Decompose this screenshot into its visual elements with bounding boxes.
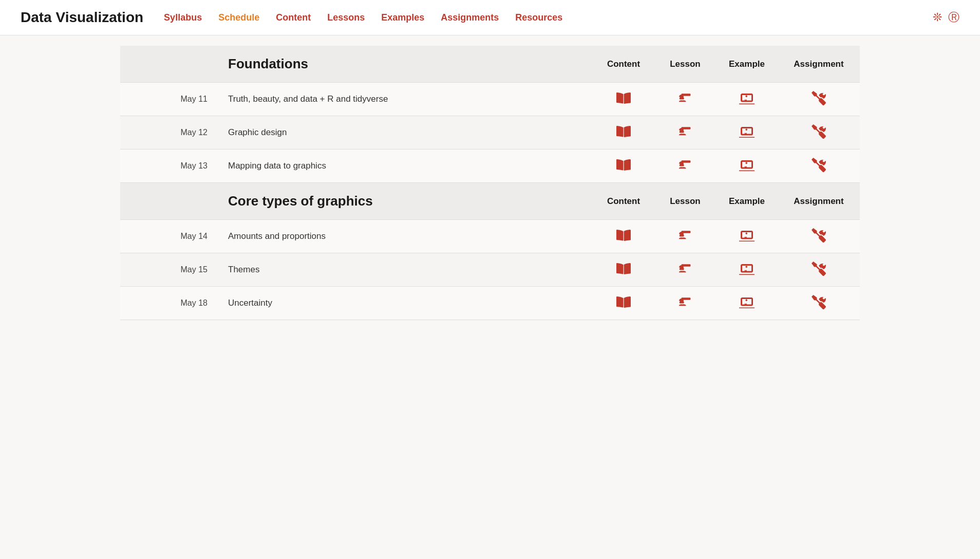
r-icon[interactable]: Ⓡ bbox=[948, 10, 959, 25]
lesson-icon[interactable] bbox=[654, 158, 716, 174]
assignment-icon[interactable] bbox=[778, 91, 860, 107]
nav-link-syllabus[interactable]: Syllabus bbox=[164, 12, 202, 23]
nav-link-schedule[interactable]: Schedule bbox=[218, 12, 259, 23]
assignment-icon[interactable] bbox=[778, 262, 860, 278]
example-icon[interactable] bbox=[716, 262, 778, 278]
date-cell: May 18 bbox=[120, 299, 223, 308]
example-icon[interactable] bbox=[716, 91, 778, 107]
date-cell: May 11 bbox=[120, 95, 223, 104]
table-row: May 13Mapping data to graphics bbox=[120, 150, 860, 183]
content-icon[interactable] bbox=[593, 158, 654, 174]
example-icon[interactable] bbox=[716, 158, 778, 174]
example-icon[interactable] bbox=[716, 295, 778, 311]
assignment-icon[interactable] bbox=[778, 295, 860, 311]
site-header: Data Visualization SyllabusScheduleConte… bbox=[0, 0, 980, 35]
main-content: FoundationsContentLessonExampleAssignmen… bbox=[120, 35, 860, 330]
content-icon[interactable] bbox=[593, 228, 654, 245]
date-cell: May 12 bbox=[120, 128, 223, 137]
col-header-content-core-types: Content bbox=[593, 196, 654, 207]
assignment-icon[interactable] bbox=[778, 124, 860, 141]
apps-icon[interactable]: ❊ bbox=[933, 10, 942, 25]
topic-cell: Truth, beauty, and data + R and tidyvers… bbox=[223, 94, 593, 104]
content-icon[interactable] bbox=[593, 262, 654, 278]
topic-cell: Themes bbox=[223, 265, 593, 275]
nav-link-examples[interactable]: Examples bbox=[381, 12, 424, 23]
main-nav: SyllabusScheduleContentLessonsExamplesAs… bbox=[164, 10, 959, 25]
example-icon[interactable] bbox=[716, 228, 778, 245]
col-header-lesson-foundations: Lesson bbox=[654, 59, 716, 69]
section-title-core-types: Core types of graphics bbox=[223, 193, 593, 209]
lesson-icon[interactable] bbox=[654, 91, 716, 107]
assignment-icon[interactable] bbox=[778, 158, 860, 174]
topic-cell: Graphic design bbox=[223, 127, 593, 138]
topic-cell: Mapping data to graphics bbox=[223, 161, 593, 171]
table-row: May 11Truth, beauty, and data + R and ti… bbox=[120, 83, 860, 116]
nav-link-content[interactable]: Content bbox=[276, 12, 311, 23]
content-icon[interactable] bbox=[593, 295, 654, 311]
content-icon[interactable] bbox=[593, 91, 654, 107]
table-row: May 15Themes bbox=[120, 253, 860, 287]
topic-cell: Uncertainty bbox=[223, 298, 593, 308]
lesson-icon[interactable] bbox=[654, 124, 716, 141]
col-header-content-foundations: Content bbox=[593, 59, 654, 69]
date-cell: May 15 bbox=[120, 265, 223, 274]
col-header-lesson-core-types: Lesson bbox=[654, 196, 716, 207]
lesson-icon[interactable] bbox=[654, 228, 716, 245]
table-row: May 14Amounts and proportions bbox=[120, 220, 860, 253]
site-title: Data Visualization bbox=[21, 9, 143, 26]
nav-link-lessons[interactable]: Lessons bbox=[327, 12, 365, 23]
content-icon[interactable] bbox=[593, 124, 654, 141]
date-cell: May 14 bbox=[120, 232, 223, 241]
assignment-icon[interactable] bbox=[778, 228, 860, 245]
topic-cell: Amounts and proportions bbox=[223, 231, 593, 241]
table-row: May 18Uncertainty bbox=[120, 287, 860, 320]
table-row: May 12Graphic design bbox=[120, 116, 860, 150]
nav-link-assignments[interactable]: Assignments bbox=[441, 12, 499, 23]
col-header-assignment-core-types: Assignment bbox=[778, 196, 860, 207]
section-row-foundations: FoundationsContentLessonExampleAssignmen… bbox=[120, 46, 860, 83]
example-icon[interactable] bbox=[716, 124, 778, 141]
col-header-assignment-foundations: Assignment bbox=[778, 59, 860, 69]
date-cell: May 13 bbox=[120, 161, 223, 171]
section-title-foundations: Foundations bbox=[223, 56, 593, 72]
col-header-example-core-types: Example bbox=[716, 196, 778, 207]
lesson-icon[interactable] bbox=[654, 295, 716, 311]
col-header-example-foundations: Example bbox=[716, 59, 778, 69]
lesson-icon[interactable] bbox=[654, 262, 716, 278]
nav-link-resources[interactable]: Resources bbox=[515, 12, 562, 23]
section-row-core-types: Core types of graphicsContentLessonExamp… bbox=[120, 183, 860, 220]
schedule-table: FoundationsContentLessonExampleAssignmen… bbox=[120, 46, 860, 320]
